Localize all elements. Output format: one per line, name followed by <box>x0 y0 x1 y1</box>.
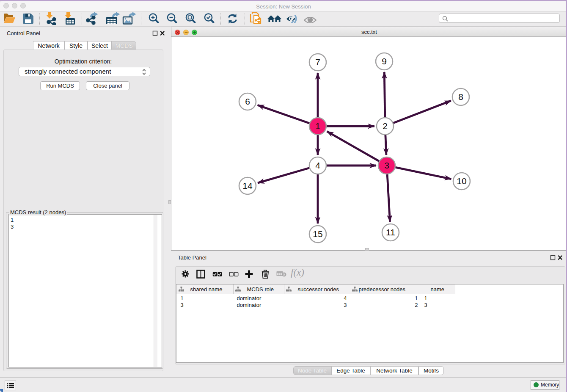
svg-text:10: 10 <box>457 176 466 186</box>
svg-text:15: 15 <box>313 229 322 239</box>
svg-text:14: 14 <box>242 181 253 190</box>
svg-text:9: 9 <box>382 56 387 66</box>
svg-text:8: 8 <box>458 92 463 102</box>
svg-text:6: 6 <box>245 97 250 106</box>
svg-text:1: 1 <box>315 121 320 131</box>
svg-text:2: 2 <box>383 121 388 131</box>
svg-text:11: 11 <box>386 227 395 237</box>
svg-text:7: 7 <box>315 57 320 67</box>
svg-text:3: 3 <box>384 160 389 170</box>
svg-text:4: 4 <box>315 160 320 170</box>
